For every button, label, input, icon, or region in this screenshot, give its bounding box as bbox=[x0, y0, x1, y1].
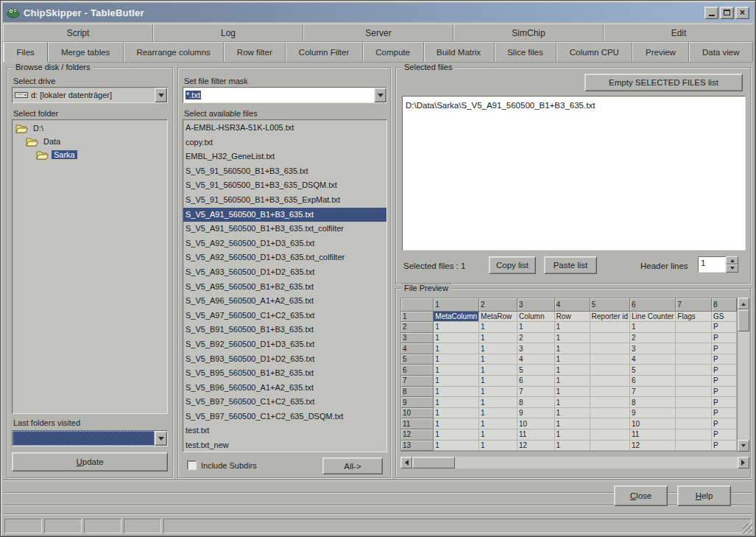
grid-cell[interactable]: 1 bbox=[479, 429, 517, 441]
grid-cell[interactable]: Row bbox=[554, 311, 590, 322]
main-tab-rearrange-columns[interactable]: Rearrange columns bbox=[124, 42, 224, 62]
folder-item-data[interactable]: Data bbox=[13, 135, 167, 148]
grid-cell[interactable]: 1 bbox=[479, 386, 517, 397]
grid-cell[interactable] bbox=[590, 343, 629, 354]
grid-cell[interactable]: Flags bbox=[676, 311, 712, 322]
empty-selected-files-button[interactable]: Empty SELECTED FILES list bbox=[584, 74, 743, 91]
grid-row-header[interactable]: 3 bbox=[401, 332, 434, 343]
close-window-button[interactable]: × bbox=[735, 7, 749, 19]
grid-row-header[interactable]: 9 bbox=[401, 397, 434, 408]
titlebar[interactable]: ChipSkipper - TableButler × bbox=[3, 3, 753, 22]
grid-cell[interactable]: Reporter id bbox=[590, 311, 629, 322]
grid-cell[interactable]: 1 bbox=[434, 397, 479, 408]
top-tab-log[interactable]: Log bbox=[153, 24, 303, 41]
file-item[interactable]: S_V5_A92_560500_D1+D3_635.txt_colfilter bbox=[183, 250, 386, 265]
grid-row-header[interactable]: 12 bbox=[401, 429, 434, 441]
file-item[interactable]: S_V5_A91_560500_B1+B3_635.txt bbox=[183, 208, 386, 222]
grid-cell[interactable]: 10 bbox=[630, 418, 676, 429]
grid-cell[interactable]: Column bbox=[517, 311, 555, 322]
grid-cell[interactable] bbox=[590, 332, 629, 343]
file-item[interactable]: S_V5_A97_560500_C1+C2_635.txt bbox=[183, 309, 386, 323]
grid-cell[interactable]: 1 bbox=[554, 332, 590, 343]
filter-mask-combobox[interactable]: *.txt bbox=[183, 87, 387, 103]
horizontal-scroll-thumb[interactable] bbox=[412, 457, 455, 468]
grid-cell[interactable]: 1 bbox=[554, 365, 590, 376]
grid-cell[interactable]: P bbox=[712, 354, 737, 365]
file-item[interactable]: A-EMBL-HSR3A-51K-L005.txt bbox=[183, 121, 386, 136]
selected-file-item[interactable]: D:\Data\Sarka\S_V5_A91_560500_B1+B3_635.… bbox=[403, 98, 745, 111]
main-tab-column-cpu[interactable]: Column CPU bbox=[557, 42, 632, 62]
grid-row-header[interactable]: 5 bbox=[401, 354, 434, 365]
file-item[interactable]: S_V5_B95_560500_B1+B2_635.txt bbox=[183, 366, 386, 381]
grid-cell[interactable]: 1 bbox=[434, 343, 479, 354]
grid-row-header[interactable]: 6 bbox=[401, 365, 434, 376]
grid-cell[interactable] bbox=[590, 365, 629, 376]
grid-cell[interactable]: 6 bbox=[630, 376, 676, 387]
grid-cell[interactable]: 8 bbox=[630, 397, 676, 408]
header-lines-spinner[interactable]: 1 bbox=[698, 256, 738, 273]
drive-combobox[interactable]: d: [lokaler datenträger] bbox=[12, 87, 168, 103]
file-item[interactable]: test.txt_new bbox=[183, 438, 386, 452]
grid-column-header[interactable]: 6 bbox=[630, 298, 676, 311]
drive-dropdown-button[interactable] bbox=[155, 88, 167, 102]
scroll-right-button[interactable] bbox=[738, 457, 749, 468]
grid-row-header[interactable]: 7 bbox=[401, 376, 434, 387]
grid-cell[interactable] bbox=[590, 440, 629, 451]
grid-cell[interactable]: 1 bbox=[434, 429, 479, 441]
grid-cell[interactable] bbox=[676, 343, 712, 354]
grid-cell[interactable]: GS bbox=[712, 311, 737, 322]
grid-cell[interactable]: 1 bbox=[554, 440, 590, 451]
grid-vertical-scrollbar[interactable] bbox=[738, 298, 749, 452]
scroll-up-button[interactable] bbox=[738, 298, 749, 309]
scroll-left-button[interactable] bbox=[400, 457, 412, 468]
maximize-button[interactable] bbox=[720, 7, 734, 19]
grid-cell[interactable] bbox=[590, 397, 629, 408]
grid-cell[interactable] bbox=[590, 354, 629, 365]
grid-cell[interactable]: 8 bbox=[517, 397, 555, 408]
grid-cell[interactable]: 1 bbox=[479, 343, 517, 354]
grid-cell[interactable]: 1 bbox=[554, 386, 590, 397]
folder-item-sarka[interactable]: Sarka bbox=[13, 148, 167, 161]
vertical-scroll-thumb[interactable] bbox=[738, 309, 749, 331]
grid-row-header[interactable]: 11 bbox=[401, 418, 434, 429]
grid-cell[interactable]: 1 bbox=[479, 376, 517, 387]
main-tab-merge-tables[interactable]: Merge tables bbox=[48, 42, 124, 62]
spin-down-button[interactable] bbox=[726, 264, 738, 273]
include-subdirs-checkbox[interactable] bbox=[187, 460, 197, 470]
grid-row-header[interactable]: 13 bbox=[401, 440, 434, 451]
grid-cell[interactable]: 6 bbox=[517, 376, 555, 387]
grid-column-header[interactable]: 2 bbox=[479, 298, 517, 311]
grid-cell[interactable]: 1 bbox=[479, 397, 517, 408]
grid-cell[interactable]: 1 bbox=[434, 365, 479, 376]
grid-cell[interactable]: 1 bbox=[434, 386, 479, 397]
paste-list-button[interactable]: Paste list bbox=[544, 256, 597, 274]
grid-cell[interactable]: 1 bbox=[479, 418, 517, 429]
grid-cell[interactable]: MetaRow bbox=[479, 311, 517, 322]
grid-cell[interactable] bbox=[676, 354, 712, 365]
grid-cell[interactable]: 1 bbox=[434, 407, 479, 418]
grid-cell[interactable] bbox=[676, 365, 712, 376]
file-item[interactable]: S_V5_91_560500_B1+B3_635_ExpMat.txt bbox=[183, 193, 386, 208]
grid-cell[interactable] bbox=[590, 418, 629, 429]
grid-cell[interactable]: 11 bbox=[517, 429, 555, 441]
main-tab-row-filter[interactable]: Row filter bbox=[224, 42, 286, 62]
grid-cell[interactable]: P bbox=[712, 440, 737, 451]
top-tab-edit[interactable]: Edit bbox=[604, 24, 753, 41]
grid-cell[interactable]: 1 bbox=[479, 354, 517, 365]
folder-item-d[interactable]: D:\ bbox=[13, 122, 167, 135]
grid-cell[interactable] bbox=[590, 376, 629, 387]
grid-cell[interactable]: 1 bbox=[434, 322, 479, 333]
grid-cell[interactable]: 1 bbox=[479, 440, 517, 451]
file-item[interactable]: S_V5_A92_560500_D1+D3_635.txt bbox=[183, 236, 386, 251]
main-tab-compute[interactable]: Compute bbox=[363, 42, 424, 62]
main-tab-build-matrix[interactable]: Build Matrix bbox=[424, 42, 495, 62]
grid-row-header[interactable]: 10 bbox=[401, 407, 434, 418]
minimize-button[interactable] bbox=[704, 7, 718, 19]
grid-cell[interactable] bbox=[676, 440, 712, 451]
file-item[interactable]: copy.txt bbox=[183, 136, 386, 150]
file-item[interactable]: S_V5_B93_560500_D1+D2_635.txt bbox=[183, 352, 386, 367]
grid-cell[interactable]: 4 bbox=[517, 354, 555, 365]
selected-files-list[interactable]: D:\Data\Sarka\S_V5_A91_560500_B1+B3_635.… bbox=[402, 96, 746, 250]
grid-cell[interactable]: 7 bbox=[630, 386, 676, 397]
grid-cell[interactable]: 3 bbox=[517, 343, 555, 354]
